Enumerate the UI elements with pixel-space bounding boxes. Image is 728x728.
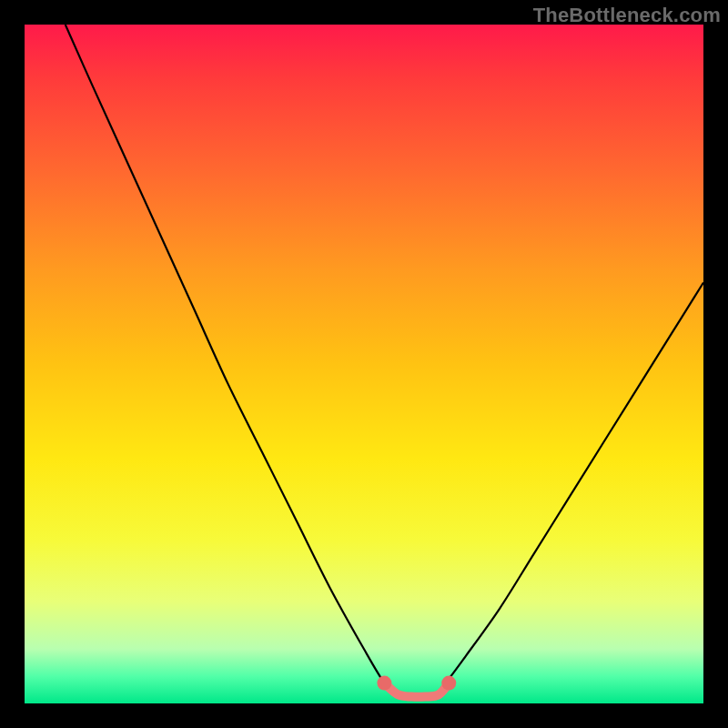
chart-frame: TheBottleneck.com xyxy=(0,0,728,728)
bottleneck-curve xyxy=(66,25,703,698)
valley-dot-left xyxy=(377,676,391,691)
bottom-valley-segment xyxy=(384,683,449,697)
curve-layer xyxy=(25,25,703,703)
plot-area xyxy=(25,25,703,703)
valley-dot-right xyxy=(441,676,456,691)
watermark-text: TheBottleneck.com xyxy=(533,4,721,27)
